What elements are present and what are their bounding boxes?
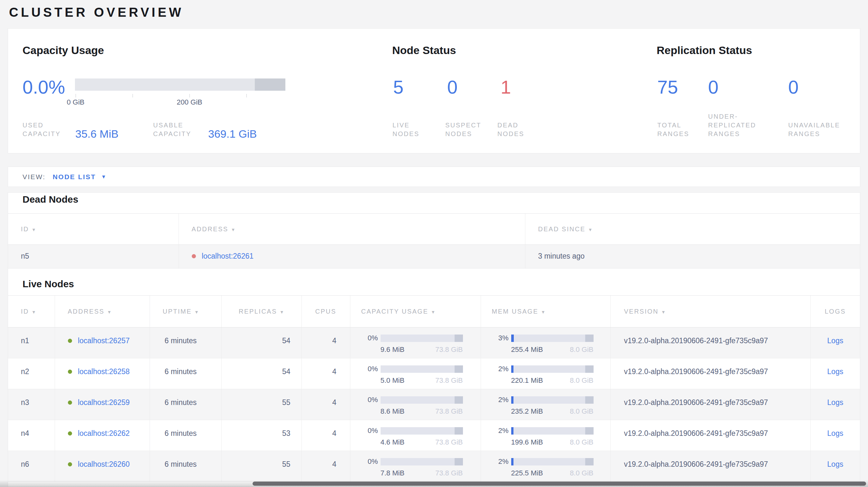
- uptime-cell: 6 minutes: [150, 327, 221, 358]
- logs-link[interactable]: Logs: [827, 460, 843, 468]
- version-cell: v19.2.0-alpha.20190606-2491-gfe735c9a97: [610, 358, 810, 389]
- column-header-uptime[interactable]: UPTIME▼: [150, 296, 221, 327]
- node-address-link[interactable]: localhost:26258: [78, 367, 130, 376]
- unavailable-ranges-label: UNAVAILABLE RANGES: [788, 121, 865, 138]
- usable-capacity-label: USABLE CAPACITY: [153, 121, 205, 138]
- logs-cell: Logs: [810, 327, 860, 358]
- node-id-cell: n3: [8, 389, 55, 420]
- column-header-id[interactable]: ID▼: [8, 296, 55, 327]
- cluster-summary-panel: Capacity Usage 0.0% 0 GiB 200 GiB USED C…: [8, 28, 860, 154]
- logs-link[interactable]: Logs: [827, 336, 843, 345]
- replicas-cell: 53: [221, 420, 302, 451]
- axis-tick-label: 200 GiB: [177, 98, 203, 106]
- capacity-usage-bar: [75, 78, 285, 91]
- uptime-cell: 6 minutes: [150, 451, 221, 482]
- used-capacity-label: USED CAPACITY: [23, 121, 71, 138]
- node-address-link[interactable]: localhost:26257: [78, 336, 130, 345]
- version-cell: v19.2.0-alpha.20190606-2491-gfe735c9a97: [610, 327, 810, 358]
- node-id-cell: n1: [8, 327, 55, 358]
- sort-desc-icon: ▼: [32, 310, 36, 315]
- replication-status-title: Replication Status: [657, 44, 752, 57]
- dead-nodes-table: ID▼ ADDRESS▼ DEAD SINCE▼ n5 localhost:26…: [8, 213, 860, 268]
- live-status-icon: [68, 462, 72, 466]
- logs-cell: Logs: [810, 420, 860, 451]
- logs-link[interactable]: Logs: [827, 367, 843, 376]
- capacity-usage-percent: 0.0%: [23, 77, 65, 97]
- horizontal-scrollbar[interactable]: [253, 482, 866, 486]
- cpus-cell: 4: [302, 420, 350, 451]
- chevron-down-icon[interactable]: ▼: [101, 174, 107, 180]
- column-header-dead-since[interactable]: DEAD SINCE▼: [525, 214, 860, 245]
- mem-usage-cell: 2% 199.6 MiB 8.0 GiB: [480, 420, 610, 451]
- suspect-nodes-count: 0: [447, 77, 458, 97]
- capacity-mini-bar: [381, 396, 463, 404]
- mem-mini-bar: [511, 334, 594, 342]
- nodes-panel: Dead Nodes ID▼ ADDRESS▼ DEAD SINCE▼ n5 l…: [8, 192, 860, 487]
- under-replicated-ranges-label: UNDER-REPLICATED RANGES: [708, 112, 771, 138]
- used-capacity-value: 35.6 MiB: [75, 128, 118, 140]
- replicas-cell: 55: [221, 389, 302, 420]
- column-header-id[interactable]: ID▼: [8, 214, 179, 245]
- mem-usage-cell: 2% 220.1 MiB 8.0 GiB: [480, 358, 610, 389]
- node-status-title: Node Status: [392, 44, 456, 57]
- logs-link[interactable]: Logs: [827, 429, 843, 437]
- node-address-cell: localhost:26259: [55, 389, 150, 420]
- dead-status-icon: [192, 254, 196, 258]
- node-address-link[interactable]: localhost:26262: [78, 429, 130, 437]
- live-nodes-heading: Live Nodes: [23, 278, 860, 290]
- capacity-usage-cell: 0% 5.0 MiB 73.8 GiB: [350, 358, 480, 389]
- uptime-cell: 6 minutes: [150, 358, 221, 389]
- column-header-cpus[interactable]: CPUS: [302, 296, 350, 327]
- mem-usage-cell: 2% 235.2 MiB 8.0 GiB: [480, 389, 610, 420]
- mem-mini-bar: [511, 365, 594, 373]
- view-selector[interactable]: NODE LIST: [53, 173, 96, 181]
- node-id-cell: n5: [8, 245, 179, 268]
- mem-usage-cell: 2% 225.5 MiB 8.0 GiB: [480, 451, 610, 482]
- column-header-address[interactable]: ADDRESS▼: [179, 214, 525, 245]
- dead-nodes-count: 1: [501, 77, 511, 97]
- sort-desc-icon: ▼: [194, 310, 199, 315]
- view-label: VIEW:: [23, 173, 46, 181]
- capacity-mini-bar: [381, 334, 463, 342]
- node-address-link[interactable]: localhost:26261: [202, 252, 253, 260]
- under-replicated-ranges-count: 0: [708, 77, 718, 97]
- capacity-usage-cell: 0% 8.6 MiB 73.8 GiB: [350, 389, 480, 420]
- mem-mini-bar: [511, 458, 594, 465]
- column-header-replicas[interactable]: REPLICAS▼: [221, 296, 302, 327]
- node-address-cell: localhost:26257: [55, 327, 150, 358]
- sort-desc-icon: ▼: [661, 310, 665, 315]
- table-row: n1 localhost:26257 6 minutes 54 4 0% 9.6…: [8, 327, 860, 358]
- capacity-mini-bar: [381, 458, 463, 465]
- logs-cell: Logs: [810, 389, 860, 420]
- axis-tick-label: 0 GiB: [67, 98, 84, 106]
- unavailable-ranges-count: 0: [788, 77, 799, 97]
- mem-mini-bar: [511, 427, 594, 434]
- node-address-cell: localhost:26258: [55, 358, 150, 389]
- live-status-icon: [68, 431, 72, 435]
- column-header-mem-usage[interactable]: MEM USAGE▼: [480, 296, 610, 327]
- table-row: n2 localhost:26258 6 minutes 54 4 0% 5.0…: [8, 358, 860, 389]
- node-address-cell: localhost:26261: [179, 245, 525, 268]
- column-header-capacity-usage[interactable]: CAPACITY USAGE▼: [350, 296, 480, 327]
- table-row: n3 localhost:26259 6 minutes 55 4 0% 8.6…: [8, 389, 860, 420]
- dead-since-cell: 3 minutes ago: [525, 245, 860, 268]
- node-address-link[interactable]: localhost:26259: [78, 398, 130, 407]
- column-header-version[interactable]: VERSION▼: [610, 296, 810, 327]
- live-status-icon: [68, 369, 72, 374]
- sort-desc-icon: ▼: [588, 227, 593, 232]
- sort-desc-icon: ▼: [280, 310, 284, 315]
- dead-nodes-label: DEAD NODES: [497, 121, 533, 138]
- sort-desc-icon: ▼: [541, 310, 545, 315]
- capacity-mini-bar: [381, 427, 463, 434]
- node-id-cell: n6: [8, 451, 55, 482]
- column-header-address[interactable]: ADDRESS▼: [55, 296, 150, 327]
- capacity-usage-cell: 0% 4.6 MiB 73.8 GiB: [350, 420, 480, 451]
- logs-link[interactable]: Logs: [827, 398, 843, 407]
- page-title: CLUSTER OVERVIEW: [9, 5, 184, 20]
- replicas-cell: 54: [221, 327, 302, 358]
- node-id-cell: n2: [8, 358, 55, 389]
- sort-desc-icon: ▼: [231, 227, 236, 232]
- cpus-cell: 4: [302, 451, 350, 482]
- node-address-link[interactable]: localhost:26260: [78, 460, 130, 468]
- version-cell: v19.2.0-alpha.20190606-2491-gfe735c9a97: [610, 420, 810, 451]
